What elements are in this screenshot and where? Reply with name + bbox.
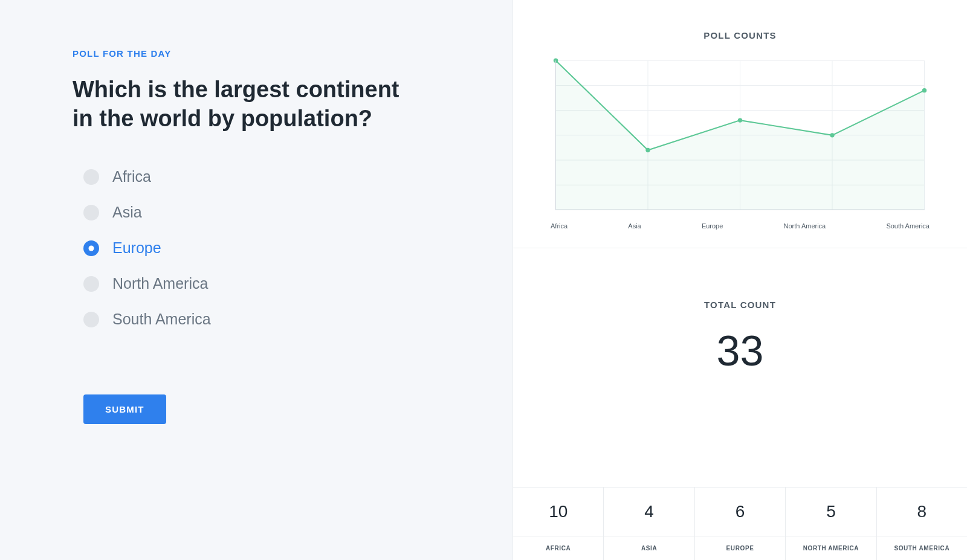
chart-x-labels: Africa Asia Europe North America South A… bbox=[549, 222, 931, 230]
breakdown-label: SOUTH AMERICA bbox=[877, 536, 967, 560]
breakdown-value: 5 bbox=[786, 488, 876, 536]
breakdown-label: AFRICA bbox=[513, 536, 604, 560]
total-title: TOTAL COUNT bbox=[513, 300, 967, 310]
option-label: Asia bbox=[112, 204, 142, 221]
poll-kicker: POLL FOR THE DAY bbox=[73, 48, 440, 59]
breakdown-label: NORTH AMERICA bbox=[786, 536, 876, 560]
radio-icon bbox=[83, 169, 99, 185]
breakdown-value: 6 bbox=[695, 488, 786, 536]
chart-x-label: Asia bbox=[628, 222, 641, 230]
svg-point-15 bbox=[830, 133, 834, 137]
poll-option-south-america[interactable]: South America bbox=[83, 311, 440, 328]
radio-icon bbox=[83, 240, 99, 256]
results-panel: POLL COUNTS Africa Asia Europe North Ame… bbox=[513, 0, 967, 560]
poll-counts-chart bbox=[549, 57, 931, 216]
svg-point-16 bbox=[922, 88, 927, 92]
chart-title: POLL COUNTS bbox=[549, 30, 931, 40]
poll-option-africa[interactable]: Africa bbox=[83, 168, 440, 185]
poll-option-north-america[interactable]: North America bbox=[83, 275, 440, 292]
breakdown-label: EUROPE bbox=[695, 536, 786, 560]
breakdown-values-row: 10 4 6 5 8 bbox=[513, 487, 967, 536]
poll-option-asia[interactable]: Asia bbox=[83, 204, 440, 221]
breakdown-table: 10 4 6 5 8 AFRICA ASIA EUROPE NORTH AMER… bbox=[513, 487, 967, 560]
poll-option-europe[interactable]: Europe bbox=[83, 239, 440, 257]
poll-options: Africa Asia Europe North America South A… bbox=[73, 168, 440, 328]
option-label: Europe bbox=[112, 239, 161, 257]
option-label: North America bbox=[112, 275, 208, 292]
submit-button[interactable]: SUBMIT bbox=[83, 394, 166, 424]
option-label: Africa bbox=[112, 168, 151, 185]
radio-icon bbox=[83, 276, 99, 292]
radio-icon bbox=[83, 312, 99, 327]
chart-x-label: Europe bbox=[702, 222, 723, 230]
poll-question: Which is the largest continent in the wo… bbox=[73, 76, 411, 133]
total-count-card: TOTAL COUNT 33 10 4 6 5 8 AFRICA ASIA EU… bbox=[513, 248, 967, 560]
breakdown-value: 10 bbox=[513, 488, 604, 536]
total-count-value: 33 bbox=[513, 327, 967, 375]
svg-point-14 bbox=[738, 118, 742, 122]
chart-x-label: Africa bbox=[551, 222, 568, 230]
breakdown-labels-row: AFRICA ASIA EUROPE NORTH AMERICA SOUTH A… bbox=[513, 536, 967, 560]
breakdown-value: 4 bbox=[604, 488, 694, 536]
radio-icon bbox=[83, 205, 99, 220]
poll-counts-chart-card: POLL COUNTS Africa Asia Europe North Ame… bbox=[513, 0, 967, 248]
breakdown-value: 8 bbox=[877, 488, 967, 536]
chart-x-label: South America bbox=[886, 222, 930, 230]
poll-panel: POLL FOR THE DAY Which is the largest co… bbox=[0, 0, 513, 560]
breakdown-label: ASIA bbox=[604, 536, 694, 560]
svg-point-13 bbox=[645, 148, 650, 152]
option-label: South America bbox=[112, 311, 211, 328]
chart-x-label: North America bbox=[784, 222, 826, 230]
